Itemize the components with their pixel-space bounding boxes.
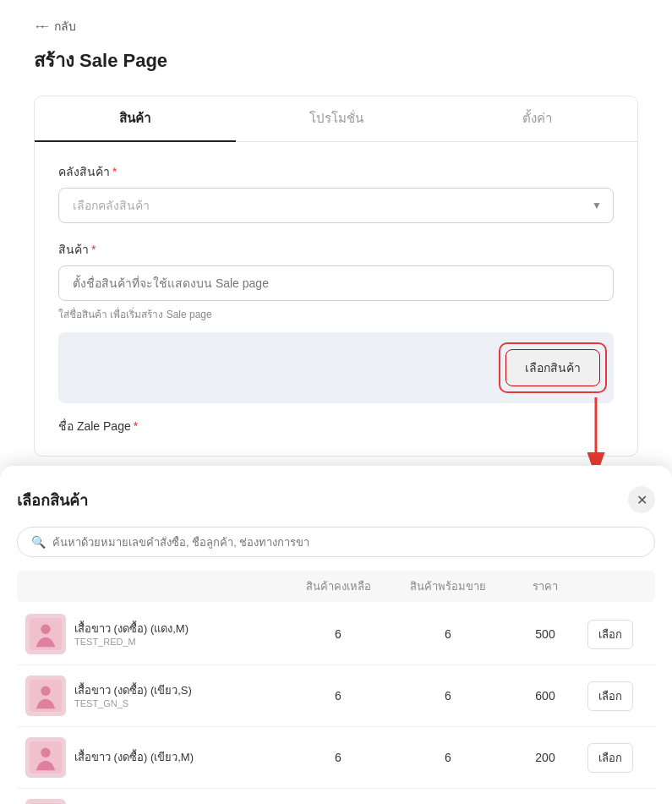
available-cell: 6 bbox=[393, 689, 503, 703]
svg-point-5 bbox=[41, 686, 50, 696]
table-header: สินค้าคงเหลือ สินค้าพร้อมขาย ราคา bbox=[17, 571, 655, 602]
col-product bbox=[25, 577, 283, 595]
product-thumbnail bbox=[25, 614, 66, 654]
modal-header: เลือกสินค้า ✕ bbox=[17, 486, 655, 513]
stock-cell: 6 bbox=[283, 689, 393, 703]
product-name: เสื้อขาว (งดซื้อ) (เขียว,M) bbox=[74, 750, 194, 765]
col-stock: สินค้าคงเหลือ bbox=[283, 577, 393, 595]
price-cell: 500 bbox=[503, 627, 587, 641]
select-product-area: เลือกสินค้า bbox=[58, 332, 614, 403]
price-cell: 600 bbox=[503, 689, 587, 703]
warehouse-select-wrapper: เลือกคลังสินค้า ▼ bbox=[58, 188, 614, 223]
warehouse-select[interactable]: เลือกคลังสินค้า bbox=[58, 188, 614, 223]
back-button[interactable]: ← ← กลับ bbox=[34, 17, 638, 36]
product-label: สินค้า* bbox=[58, 240, 614, 259]
available-cell: 6 bbox=[393, 751, 503, 764]
select-cell: เลือก bbox=[587, 620, 647, 649]
product-input[interactable] bbox=[58, 265, 614, 301]
table-row: เสื้อขาว (งดซื้อ) (เขียว,S) TEST_GN_S 6 … bbox=[17, 665, 655, 727]
main-card: สินค้า โปรโมชั่น ตั้งค่า คลังสินค้า* เลื… bbox=[34, 96, 638, 457]
tab-settings[interactable]: ตั้งค่า bbox=[436, 96, 637, 141]
stock-cell: 6 bbox=[283, 627, 393, 641]
price-cell: 200 bbox=[503, 751, 587, 764]
product-info: เสื้อขาว (งดซื้อ) (เขียว,M) bbox=[25, 737, 283, 778]
select-cell: เลือก bbox=[587, 681, 647, 711]
warehouse-label: คลังสินค้า* bbox=[58, 162, 614, 181]
select-product-modal: เลือกสินค้า ✕ 🔍 สินค้าคงเหลือ สินค้าพร้อ… bbox=[0, 466, 672, 804]
product-name: เสื้อขาว (งดซื้อ) (เขียว,S) bbox=[74, 683, 192, 698]
table-row: เสื้อขาว (งดซื้อ) (แดง,M) TEST_RED_M 6 6… bbox=[17, 604, 655, 665]
modal-close-button[interactable]: ✕ bbox=[628, 486, 655, 513]
product-thumbnail bbox=[25, 737, 66, 778]
tabs-bar: สินค้า โปรโมชั่น ตั้งค่า bbox=[35, 96, 637, 142]
product-thumbnail bbox=[25, 675, 66, 716]
product-name: เสื้อขาว (งดซื้อ) (แดง,M) bbox=[74, 621, 188, 637]
stock-cell: 6 bbox=[283, 751, 393, 764]
product-thumbnail bbox=[25, 799, 66, 804]
back-label: ← กลับ bbox=[39, 17, 76, 36]
product-sku: TEST_GN_S bbox=[74, 698, 192, 708]
select-row-button[interactable]: เลือก bbox=[587, 681, 633, 711]
tab-product[interactable]: สินค้า bbox=[35, 96, 236, 142]
col-price: ราคา bbox=[503, 577, 587, 595]
col-action bbox=[587, 577, 647, 595]
product-list: เสื้อขาว (งดซื้อ) (แดง,M) TEST_RED_M 6 6… bbox=[17, 604, 655, 804]
select-cell: เลือก bbox=[587, 743, 647, 773]
page-title: สร้าง Sale Page bbox=[34, 46, 638, 75]
zale-page-label: ชื่อ Zale Page* bbox=[58, 417, 614, 435]
product-sku: TEST_RED_M bbox=[74, 637, 188, 647]
table-row: เสื้อขาว (งดซื้อ) (เขียว,M) 6 6 200 เลือ… bbox=[17, 727, 655, 789]
modal-title: เลือกสินค้า bbox=[17, 488, 88, 512]
product-info: เสื้อขาว (งดซื้อ) (แดง,M) TEST_RED_M bbox=[25, 614, 283, 654]
table-row: ... bbox=[17, 789, 655, 804]
select-row-button[interactable]: เลือก bbox=[587, 620, 633, 649]
svg-point-3 bbox=[41, 625, 50, 634]
svg-point-7 bbox=[41, 748, 50, 758]
select-product-btn-wrapper: เลือกสินค้า bbox=[505, 349, 600, 386]
card-body: คลังสินค้า* เลือกคลังสินค้า ▼ สินค้า* ใส… bbox=[35, 142, 637, 456]
select-product-button[interactable]: เลือกสินค้า bbox=[505, 349, 600, 386]
product-info: ... bbox=[25, 799, 283, 804]
tab-promotion[interactable]: โปรโมชั่น bbox=[236, 96, 437, 141]
col-available: สินค้าพร้อมขาย bbox=[393, 577, 503, 595]
product-info: เสื้อขาว (งดซื้อ) (เขียว,S) TEST_GN_S bbox=[25, 675, 283, 716]
search-input[interactable] bbox=[52, 536, 641, 549]
select-row-button[interactable]: เลือก bbox=[587, 743, 633, 773]
product-hint: ใส่ชื่อสินค้า เพื่อเริ่มสร้าง Sale page bbox=[58, 306, 614, 322]
search-icon: 🔍 bbox=[31, 535, 46, 549]
available-cell: 6 bbox=[393, 627, 503, 641]
search-bar: 🔍 bbox=[17, 527, 655, 557]
